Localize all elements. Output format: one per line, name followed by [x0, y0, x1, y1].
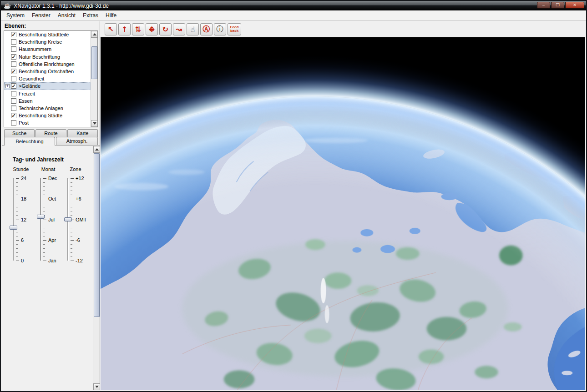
globe-3d-view[interactable] [101, 37, 585, 390]
layer-label: Beschriftung Ortschaften [19, 69, 74, 74]
slider-stunde: Stunde24181260 [7, 166, 35, 276]
scroll-thumb[interactable] [94, 153, 100, 317]
layer-row[interactable]: Öffentliche Einrichtungen [4, 60, 97, 68]
maximize-button[interactable]: ❒ [551, 2, 564, 9]
expander-icon[interactable]: + [5, 84, 10, 88]
menu-item-extras[interactable]: Extras [79, 11, 102, 20]
scroll-down-icon[interactable] [91, 120, 98, 127]
slider-monat: MonatDecOctJulAprJan [35, 166, 62, 276]
slider-name: Zone [62, 166, 89, 172]
layer-row[interactable]: ✓Natur Beschriftung [4, 53, 97, 60]
layer-row[interactable]: Freizeit [4, 90, 97, 97]
slider-zone: Zone+12+6GMT-6-12 [62, 166, 89, 276]
pan-hand-icon[interactable]: ☝ [187, 23, 199, 35]
layer-checkbox[interactable] [11, 46, 16, 52]
layer-row[interactable]: Essen [4, 97, 97, 105]
layer-checkbox[interactable]: ✓ [11, 32, 16, 37]
slider-tick-label: 24 [21, 176, 26, 181]
layer-row[interactable]: Hausnummern [4, 45, 97, 53]
slider-major-tick [16, 199, 19, 199]
layer-label: Technische Anlagen [19, 106, 63, 111]
tab-route[interactable]: Route [35, 129, 66, 137]
close-button[interactable]: ✕ [565, 2, 584, 9]
menu-item-hilfe[interactable]: Hilfe [102, 11, 120, 20]
layer-row[interactable]: Post [4, 119, 97, 126]
feedback-button[interactable]: Feedback [228, 23, 241, 35]
title-bar[interactable]: ☕ XNavigator 1.3.1 - http://www.gdi-3d.d… [1, 1, 586, 10]
layer-checkbox[interactable] [11, 106, 16, 111]
labels-toggle-icon[interactable]: Ⓐ [200, 23, 213, 35]
slider-major-tick [16, 261, 19, 261]
layer-label: Essen [19, 98, 33, 104]
tab-suche[interactable]: Suche [4, 129, 35, 137]
layer-row[interactable]: Gesundheit [4, 75, 97, 82]
layer-row[interactable]: ✓Beschriftung Ortschaften [4, 68, 97, 75]
layer-checkbox[interactable] [11, 91, 16, 96]
layer-checkbox[interactable]: ✓ [11, 113, 16, 118]
slider-thumb[interactable] [37, 215, 45, 219]
slider-major-tick [71, 261, 74, 261]
scroll-thumb[interactable] [91, 46, 97, 79]
tab-beleuchtung[interactable]: Beleuchtung [4, 137, 55, 146]
menu-item-ansicht[interactable]: Ansicht [54, 11, 79, 20]
slider-major-tick [71, 178, 74, 179]
pan-move-icon[interactable]: ↔↕ [146, 23, 158, 35]
layer-checkbox[interactable] [11, 39, 16, 45]
slider-tick-label: GMT [76, 217, 86, 222]
layer-checkbox[interactable] [11, 120, 16, 126]
lighting-sliders: Stunde24181260MonatDecOctJulAprJanZone+1… [2, 166, 92, 390]
layer-label: Natur Beschriftung [19, 54, 60, 60]
slider-tick-label: 6 [21, 237, 24, 243]
tab-row-1: SucheRouteKarte [4, 129, 98, 137]
lighting-panel: Tag- und Jahreszeit Stunde24181260MonatD… [2, 145, 100, 390]
panel-scrollbar[interactable] [93, 146, 100, 390]
menu-item-system[interactable]: System [3, 11, 28, 20]
slider-track[interactable] [40, 178, 41, 261]
scroll-down-icon[interactable] [93, 383, 100, 390]
layer-checkbox[interactable]: ✓ [11, 54, 16, 60]
layer-label: Öffentliche Einrichtungen [19, 61, 75, 67]
scroll-up-icon[interactable] [91, 31, 98, 38]
slider-thumb[interactable] [10, 226, 17, 230]
layers-list[interactable]: ✓Beschriftung StadtteileBeschriftung Kre… [4, 30, 98, 127]
slider-major-tick [43, 220, 46, 220]
sidebar: Ebenen: ✓Beschriftung StadtteileBeschrif… [2, 21, 100, 390]
slider-major-tick [43, 240, 46, 241]
slider-thumb[interactable] [64, 217, 72, 221]
view-north-icon[interactable]: ↑ [118, 23, 131, 35]
layer-row[interactable]: +✓>Gelände [4, 82, 97, 90]
layer-row[interactable]: Beschriftung Kreise [4, 38, 97, 45]
slider-major-tick [43, 261, 46, 261]
minimize-button[interactable]: – [537, 2, 550, 9]
view-back-icon[interactable]: ↖ [105, 23, 117, 35]
rotate-view-icon[interactable]: ↻ [159, 23, 172, 35]
layer-checkbox[interactable]: ✓ [11, 83, 16, 89]
tab-atmosph[interactable]: Atmosph. [56, 137, 98, 146]
view-split-arrows-icon[interactable]: ⇅ [132, 23, 144, 35]
java-app-icon: ☕ [4, 1, 11, 10]
layer-row[interactable]: ✓Beschriftung Städte [4, 112, 97, 119]
info-icon[interactable]: ⓘ [214, 23, 226, 35]
layer-checkbox[interactable]: ✓ [11, 69, 16, 74]
tab-row-2: BeleuchtungAtmosph. [4, 137, 98, 146]
layer-row[interactable]: Technische Anlagen [4, 105, 97, 112]
slider-tick-label: +12 [76, 176, 84, 181]
layer-row[interactable]: ✓Beschriftung Stadtteile [4, 31, 97, 38]
tab-karte[interactable]: Karte [67, 129, 98, 137]
layer-checkbox[interactable] [11, 76, 16, 81]
app-window: ☕ XNavigator 1.3.1 - http://www.gdi-3d.d… [0, 0, 587, 392]
slider-tick-label: Oct [48, 196, 56, 201]
slider-major-tick [43, 178, 46, 179]
layer-checkbox[interactable] [11, 61, 16, 67]
slider-major-tick [71, 240, 74, 241]
swing-view-icon[interactable]: ↝ [173, 23, 185, 35]
layers-scrollbar[interactable] [91, 31, 97, 127]
window-title: XNavigator 1.3.1 - http://www.gdi-3d.de [14, 3, 109, 9]
slider-tick-label: +6 [76, 196, 81, 201]
scroll-up-icon[interactable] [93, 146, 100, 153]
layer-label: Gesundheit [19, 76, 44, 81]
slider-track[interactable] [13, 178, 14, 261]
layer-checkbox[interactable] [11, 98, 16, 104]
menu-item-fenster[interactable]: Fenster [28, 11, 54, 20]
slider-tick-label: Apr [48, 237, 56, 243]
